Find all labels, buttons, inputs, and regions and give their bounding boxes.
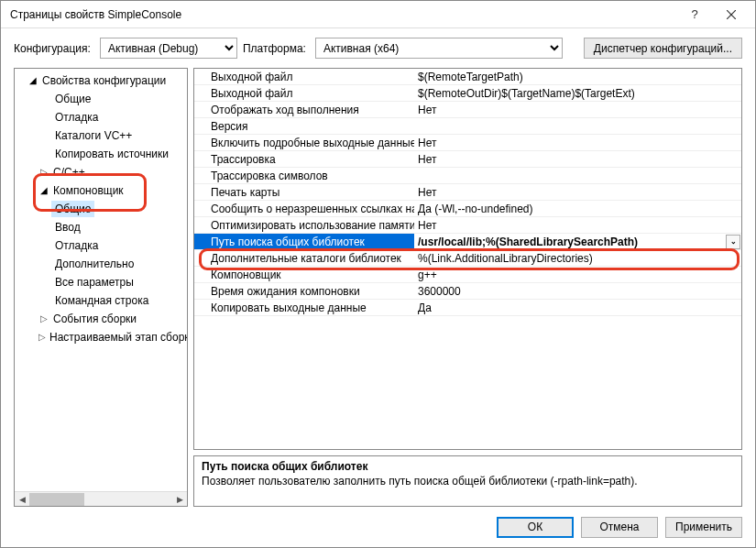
property-value[interactable]: $(RemoteTargetPath) [414, 69, 741, 84]
tree-item[interactable]: Каталоги VC++ [15, 126, 187, 145]
dialog-buttons: ОК Отмена Применить [1, 507, 755, 547]
tree-pane: ◢ Свойства конфигурации Общие Отладка Ка… [14, 68, 188, 507]
property-value[interactable]: /usr/local/lib;%(SharedLibrarySearchPath… [414, 234, 741, 249]
tree-item-custom-build[interactable]: ▷Настраиваемый этап сборки [15, 328, 187, 346]
tree-horizontal-scrollbar[interactable]: ◀ ▶ [15, 491, 187, 506]
property-name: Копировать выходные данные [194, 300, 414, 315]
ok-button[interactable]: ОК [497, 517, 574, 538]
property-name: Путь поиска общих библиотек [194, 234, 414, 249]
property-tree: ◢ Свойства конфигурации Общие Отладка Ка… [15, 71, 187, 346]
property-row[interactable]: Копировать выходные данныеДа [194, 300, 741, 316]
description-text: Позволяет пользователю заполнить путь по… [202, 475, 734, 488]
platform-label: Платформа: [243, 42, 306, 55]
property-row[interactable]: Оптимизировать использование памятиНет [194, 217, 741, 234]
property-name: Трассировка символов [194, 168, 414, 183]
property-value[interactable]: Да [414, 300, 741, 315]
tree-item-linker[interactable]: ◢Компоновщик [15, 181, 187, 200]
property-name: Компоновщик [194, 267, 414, 282]
chevron-down-icon: ◢ [27, 72, 38, 89]
tree-item-build-events[interactable]: ▷События сборки [15, 310, 187, 328]
tree-item[interactable]: Общие [15, 90, 187, 108]
property-row[interactable]: Дополнительные каталоги библиотек%(Link.… [194, 250, 741, 267]
tree-item[interactable]: Копировать источники [15, 145, 187, 163]
tree-item-linker-general[interactable]: Общие [15, 200, 187, 218]
property-name: Версия [194, 118, 414, 134]
property-value[interactable]: Да (-Wl,--no-undefined) [414, 201, 741, 216]
property-name: Отображать ход выполнения [194, 102, 414, 117]
property-value[interactable]: $(RemoteOutDir)$(TargetName)$(TargetExt) [414, 85, 741, 101]
property-grid: Выходной файл$(RemoteTargetPath)Выходной… [193, 68, 742, 450]
tree-item[interactable]: Командная строка [15, 291, 187, 310]
property-row[interactable]: Трассировка символов [194, 168, 741, 184]
description-title: Путь поиска общих библиотек [202, 460, 734, 473]
property-row[interactable]: ТрассировкаНет [194, 151, 741, 168]
scroll-left-icon[interactable]: ◀ [15, 492, 29, 507]
scroll-right-icon[interactable]: ▶ [172, 492, 187, 507]
chevron-right-icon: ▷ [38, 311, 49, 327]
description-pane: Путь поиска общих библиотек Позволяет по… [193, 455, 742, 507]
tree-item[interactable]: Отладка [15, 108, 187, 126]
chevron-right-icon: ▷ [38, 164, 49, 181]
property-name: Печать карты [194, 184, 414, 200]
help-button[interactable]: ? [676, 2, 713, 27]
main-area: ◢ Свойства конфигурации Общие Отладка Ка… [1, 68, 755, 507]
chevron-right-icon: ▷ [38, 329, 46, 345]
property-value[interactable]: Нет [414, 102, 741, 117]
tree-item[interactable]: Все параметры [15, 273, 187, 291]
property-pages-dialog: Страницы свойств SimpleConsole ? Конфигу… [0, 0, 756, 548]
property-row[interactable]: Выходной файл$(RemoteTargetPath) [194, 69, 741, 85]
property-value[interactable] [414, 168, 741, 183]
configuration-manager-button[interactable]: Диспетчер конфигураций... [584, 38, 742, 59]
config-toolbar: Конфигурация: Активная (Debug) Платформа… [1, 28, 755, 68]
close-icon [727, 10, 736, 19]
tree-item[interactable]: Дополнительно [15, 255, 187, 273]
tree-item[interactable]: Отладка [15, 236, 187, 255]
tree-item-cpp[interactable]: ▷C/C++ [15, 163, 187, 181]
property-value[interactable]: Нет [414, 151, 741, 167]
property-name: Включить подробные выходные данные [194, 135, 414, 150]
chevron-down-icon[interactable]: ⌄ [726, 235, 740, 249]
cancel-button[interactable]: Отмена [581, 517, 658, 538]
property-name: Выходной файл [194, 69, 414, 84]
property-row[interactable]: Сообщить о неразрешенных ссылках на симв… [194, 201, 741, 217]
close-button[interactable] [713, 2, 750, 27]
tree-root[interactable]: ◢ Свойства конфигурации [15, 71, 187, 90]
property-name: Сообщить о неразрешенных ссылках на симв… [194, 201, 414, 216]
titlebar: Страницы свойств SimpleConsole ? [1, 1, 755, 28]
right-pane: Выходной файл$(RemoteTargetPath)Выходной… [193, 68, 742, 507]
property-name: Трассировка [194, 151, 414, 167]
property-value[interactable]: 3600000 [414, 283, 741, 299]
property-name: Время ожидания компоновки [194, 283, 414, 299]
property-row[interactable]: Компоновщикg++ [194, 267, 741, 283]
property-row[interactable]: Версия [194, 118, 741, 135]
property-name: Дополнительные каталоги библиотек [194, 250, 414, 266]
property-row[interactable]: Печать картыНет [194, 184, 741, 201]
window-title: Страницы свойств SimpleConsole [10, 8, 676, 21]
configuration-label: Конфигурация: [14, 42, 91, 55]
property-row[interactable]: Включить подробные выходные данныеНет [194, 135, 741, 151]
tree-item[interactable]: Ввод [15, 218, 187, 236]
configuration-combo[interactable]: Активная (Debug) [100, 38, 237, 59]
property-value[interactable]: g++ [414, 267, 741, 282]
apply-button[interactable]: Применить [665, 517, 742, 538]
scroll-thumb[interactable] [29, 493, 84, 506]
property-value[interactable]: Нет [414, 135, 741, 150]
property-value[interactable]: %(Link.AdditionalLibraryDirectories) [414, 250, 741, 266]
property-value[interactable] [414, 118, 741, 134]
property-name: Оптимизировать использование памяти [194, 217, 414, 233]
property-row[interactable]: Отображать ход выполненияНет [194, 102, 741, 118]
chevron-down-icon: ◢ [38, 182, 49, 199]
property-value[interactable]: Нет [414, 184, 741, 200]
platform-combo[interactable]: Активная (x64) [315, 38, 563, 59]
property-row[interactable]: Путь поиска общих библиотек/usr/local/li… [194, 234, 741, 250]
property-value[interactable]: Нет [414, 217, 741, 233]
property-row[interactable]: Время ожидания компоновки3600000 [194, 283, 741, 300]
property-row[interactable]: Выходной файл$(RemoteOutDir)$(TargetName… [194, 85, 741, 102]
property-name: Выходной файл [194, 85, 414, 101]
